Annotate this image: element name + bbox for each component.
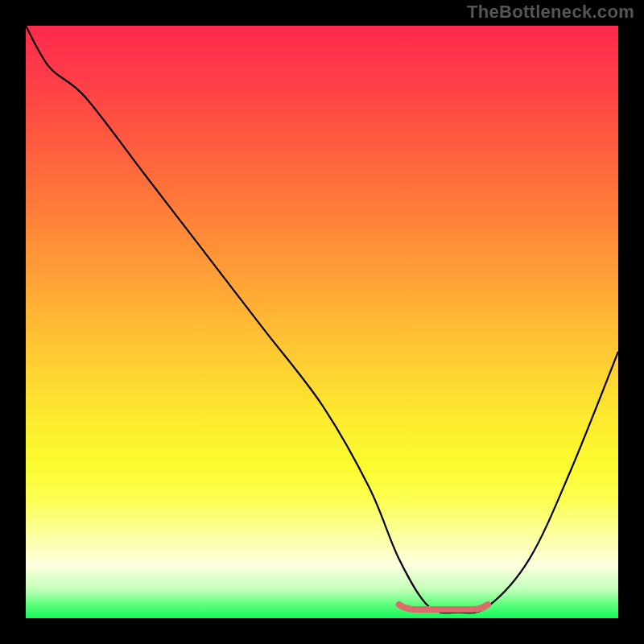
curve-svg xyxy=(26,26,618,618)
watermark-text: TheBottleneck.com xyxy=(467,2,634,23)
min-plateau-marker xyxy=(399,605,488,609)
chart-frame: TheBottleneck.com xyxy=(0,0,644,644)
bottleneck-curve-path xyxy=(26,26,618,613)
plot-area xyxy=(26,26,618,618)
